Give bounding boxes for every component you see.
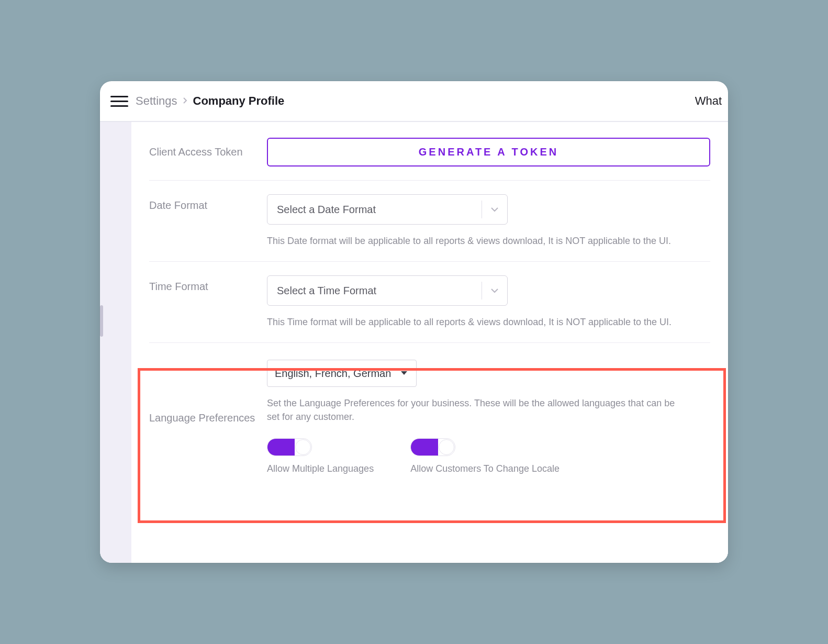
chevron-right-icon [183,96,188,107]
time-format-select[interactable]: Select a Time Format [267,275,508,306]
date-format-select[interactable]: Select a Date Format [267,194,508,225]
breadcrumb-settings[interactable]: Settings [136,94,177,108]
menu-icon[interactable] [110,92,128,110]
label-date-format: Date Format [149,194,256,212]
row-date-format: Date Format Select a Date Format This Da… [149,181,710,262]
toggle-allow-multiple-languages[interactable] [267,438,312,456]
toggle-label-allow-change-locale: Allow Customers To Change Locale [410,463,560,474]
row-client-access-token: Client Access Token GENERATE A TOKEN [149,134,710,181]
date-format-help-text: This Date format will be applicable to a… [267,234,710,248]
caret-down-icon [400,369,408,378]
date-format-placeholder: Select a Date Format [267,204,482,216]
language-select-value: English, French, German [275,368,391,380]
app-window: Settings Company Profile What Client Acc… [100,81,728,563]
language-select[interactable]: English, French, German [267,360,417,387]
time-format-help-text: This Time format will be applicable to a… [267,315,710,329]
label-language-preferences: Language Preferences [149,360,256,424]
chevron-down-icon [482,206,507,213]
header-right-text[interactable]: What [695,94,722,108]
toggle-allow-change-locale[interactable] [410,438,455,456]
content-area: Client Access Token GENERATE A TOKEN Dat… [100,122,728,563]
label-client-access-token: Client Access Token [149,146,256,158]
label-time-format: Time Format [149,275,256,293]
row-time-format: Time Format Select a Time Format This Ti… [149,262,710,343]
generate-token-button[interactable]: GENERATE A TOKEN [267,138,710,166]
chevron-down-icon [482,287,507,294]
row-language-preferences: Language Preferences English, French, Ge… [149,343,710,495]
language-help-text: Set the Language Preferences for your bu… [267,396,686,424]
breadcrumb-company-profile: Company Profile [193,94,285,108]
time-format-placeholder: Select a Time Format [267,285,482,297]
header-bar: Settings Company Profile What [100,81,728,122]
toggle-group-change-locale: Allow Customers To Change Locale [410,438,560,474]
toggle-label-allow-multiple-languages: Allow Multiple Languages [267,463,374,474]
settings-card: Client Access Token GENERATE A TOKEN Dat… [131,122,728,563]
scrollbar-thumb[interactable] [100,305,103,337]
language-toggles: Allow Multiple Languages Allow Customers… [267,438,710,474]
toggle-group-multi-languages: Allow Multiple Languages [267,438,374,474]
